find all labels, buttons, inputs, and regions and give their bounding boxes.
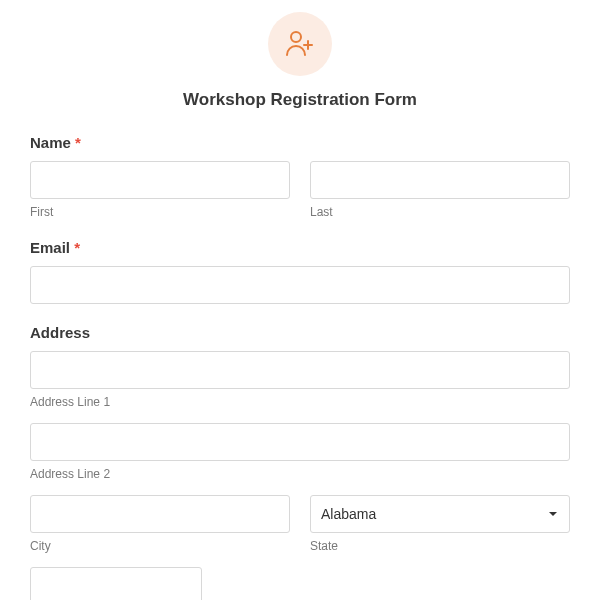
address-line2-sublabel: Address Line 2 xyxy=(30,467,570,481)
last-name-input[interactable] xyxy=(310,161,570,199)
email-label-text: Email xyxy=(30,239,70,256)
email-label: Email * xyxy=(30,239,570,256)
email-required: * xyxy=(74,239,80,256)
first-name-sublabel: First xyxy=(30,205,290,219)
zip-input[interactable] xyxy=(30,567,202,600)
first-name-input[interactable] xyxy=(30,161,290,199)
name-required: * xyxy=(75,134,81,151)
name-label: Name * xyxy=(30,134,570,151)
last-name-sublabel: Last xyxy=(310,205,570,219)
address-line1-sublabel: Address Line 1 xyxy=(30,395,570,409)
city-input[interactable] xyxy=(30,495,290,533)
state-select[interactable]: Alabama xyxy=(310,495,570,533)
form-icon-circle xyxy=(268,12,332,76)
person-add-icon xyxy=(283,27,317,61)
svg-point-0 xyxy=(291,32,301,42)
state-sublabel: State xyxy=(310,539,570,553)
email-input[interactable] xyxy=(30,266,570,304)
address-line2-input[interactable] xyxy=(30,423,570,461)
name-label-text: Name xyxy=(30,134,71,151)
form-icon-wrap xyxy=(30,12,570,76)
address-label: Address xyxy=(30,324,570,341)
address-line1-input[interactable] xyxy=(30,351,570,389)
form-title: Workshop Registration Form xyxy=(30,90,570,110)
city-sublabel: City xyxy=(30,539,290,553)
